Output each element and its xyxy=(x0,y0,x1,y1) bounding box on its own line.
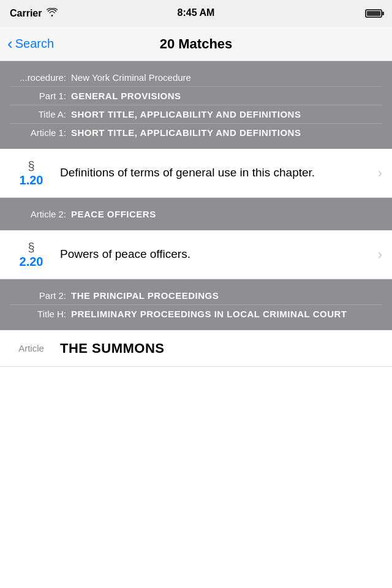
back-button[interactable]: ‹ Search xyxy=(7,37,54,51)
header-value-article2: PEACE OFFICERS xyxy=(71,209,382,219)
nav-bar: ‹ Search 20 Matches xyxy=(0,27,392,61)
header-value-article1: SHORT TITLE, APPLICABILITY AND DEFINITIO… xyxy=(71,127,382,138)
header-row-titlea: Title A: SHORT TITLE, APPLICABILITY AND … xyxy=(10,105,382,123)
status-bar: Carrier 8:45 AM xyxy=(0,0,392,27)
header-row-titleh: Title H: PRELIMINARY PROCEEDINGS IN LOCA… xyxy=(10,305,382,323)
chevron-right-icon-1-20: › xyxy=(378,165,382,181)
nav-title: 20 Matches xyxy=(160,36,233,52)
partial-item-article[interactable]: Article THE SUMMONS xyxy=(0,330,392,367)
back-label: Search xyxy=(15,37,54,51)
section-symbol-1-20: § xyxy=(28,159,34,173)
partial-title-summons: THE SUMMONS xyxy=(60,341,165,356)
header-label-titleh: Title H: xyxy=(10,309,71,319)
list-item-title-2-20: Powers of peace officers. xyxy=(60,246,373,263)
header-label-part2: Part 2: xyxy=(10,290,71,301)
list-item-section-1-20: § 1.20 xyxy=(10,159,53,187)
header-label-procedure: ...rocedure: xyxy=(10,72,71,83)
header-value-titleh: PRELIMINARY PROCEEDINGS IN LOCAL CRIMINA… xyxy=(71,309,382,319)
list-item-2-20[interactable]: § 2.20 Powers of peace officers. › xyxy=(0,230,392,279)
list-item-section-2-20: § 2.20 xyxy=(10,241,53,269)
partial-label-article: Article xyxy=(10,343,53,353)
status-time: 8:45 AM xyxy=(178,7,215,18)
header-value-part1: GENERAL PROVISIONS xyxy=(71,91,382,101)
list-item-1-20[interactable]: § 1.20 Definitions of terms of general u… xyxy=(0,149,392,198)
header-row-article2: Article 2: PEACE OFFICERS xyxy=(10,205,382,223)
section-symbol-2-20: § xyxy=(28,241,34,255)
header-label-titlea: Title A: xyxy=(10,109,71,119)
header-row-article1: Article 1: SHORT TITLE, APPLICABILITY AN… xyxy=(10,124,382,141)
content-scroll[interactable]: ...rocedure: New York Criminal Procedure… xyxy=(0,61,392,588)
status-right xyxy=(365,9,382,18)
list-item-left-2-20: § 2.20 Powers of peace officers. xyxy=(10,241,373,269)
section-header-top: ...rocedure: New York Criminal Procedure… xyxy=(0,61,392,149)
header-row-part1: Part 1: GENERAL PROVISIONS xyxy=(10,87,382,105)
section-number-2-20: 2.20 xyxy=(20,255,43,269)
header-label-article2: Article 2: xyxy=(10,209,71,219)
header-value-procedure: New York Criminal Procedure xyxy=(71,72,382,83)
section-header-part2: Part 2: THE PRINCIPAL PROCEEDINGS Title … xyxy=(0,279,392,330)
battery-icon xyxy=(365,9,382,18)
section-number-1-20: 1.20 xyxy=(20,173,43,187)
section-header-article2: Article 2: PEACE OFFICERS xyxy=(0,198,392,230)
header-label-part1: Part 1: xyxy=(10,91,71,101)
header-value-titlea: SHORT TITLE, APPLICABILITY AND DEFINITIO… xyxy=(71,109,382,119)
carrier-label: Carrier xyxy=(10,8,42,19)
wifi-icon xyxy=(47,8,58,19)
list-item-left-1-20: § 1.20 Definitions of terms of general u… xyxy=(10,159,373,187)
status-left: Carrier xyxy=(10,8,58,19)
header-row-procedure: ...rocedure: New York Criminal Procedure xyxy=(10,69,382,86)
back-chevron-icon: ‹ xyxy=(7,36,13,51)
list-item-title-1-20: Definitions of terms of general use in t… xyxy=(60,165,373,181)
chevron-right-icon-2-20: › xyxy=(378,247,382,263)
header-value-part2: THE PRINCIPAL PROCEEDINGS xyxy=(71,290,382,301)
header-row-part2: Part 2: THE PRINCIPAL PROCEEDINGS xyxy=(10,287,382,304)
header-label-article1: Article 1: xyxy=(10,127,71,138)
